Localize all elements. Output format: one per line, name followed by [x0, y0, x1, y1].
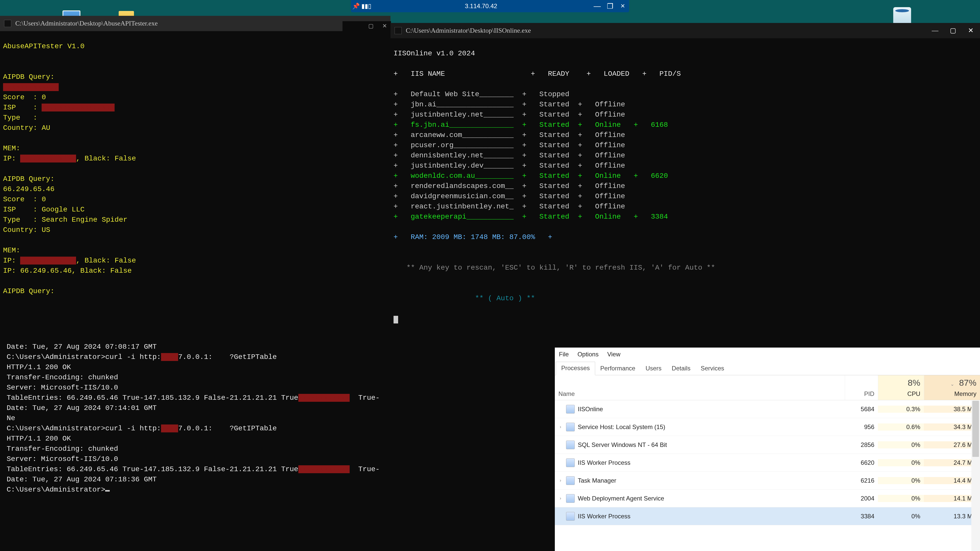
process-icon — [566, 405, 575, 413]
process-icon — [566, 512, 575, 521]
process-pid: 5684 — [845, 406, 878, 413]
terminal-output: AbuseAPITester V1.0 AIPDB Query: xxxxxxx… — [0, 31, 390, 306]
iis-site-row: + davidgreenmusician.com__ + Started + O… — [393, 191, 977, 202]
menubar[interactable]: File Options View — [555, 348, 980, 361]
process-row[interactable]: IISOnline56840.3%38.5 MB — [555, 400, 980, 418]
iis-site-row: + fs.jbn.ai_______________ + Started + O… — [393, 120, 977, 130]
background-window-controls: ▢✕ — [342, 21, 391, 32]
menu-view[interactable]: View — [607, 351, 620, 358]
iis-site-row: + dennisbentley.net_______ + Started + O… — [393, 151, 977, 161]
terminal-abuseapitester[interactable]: C:\Users\Administrator\Desktop\AbuseAPIT… — [0, 16, 390, 342]
col-memory[interactable]: ⌄ 87% Memory — [924, 375, 980, 400]
iis-site-row: + justinbentley.dev_______ + Started + O… — [393, 161, 977, 171]
menu-options[interactable]: Options — [578, 351, 599, 358]
col-cpu[interactable]: 8% CPU — [878, 375, 924, 400]
terminal-output: Date: Tue, 27 Aug 2024 07:08:17 GMTC:\Us… — [0, 341, 555, 496]
close-button[interactable]: ✕ — [616, 0, 629, 12]
terminal-cmd[interactable]: Date: Tue, 27 Aug 2024 07:08:17 GMTC:\Us… — [0, 341, 555, 551]
process-icon — [566, 494, 575, 503]
iis-site-row: + pcuser.org______________ + Started + O… — [393, 140, 977, 151]
minimize-button[interactable]: — — [930, 25, 940, 36]
terminal-line: Server: Microsoft-IIS/10.0 — [6, 383, 548, 393]
terminal-iisonline[interactable]: C:\Users\Administrator\Desktop\IISOnline… — [390, 23, 980, 351]
expand-icon[interactable]: › — [555, 424, 566, 430]
chevron-down-icon: ⌄ — [950, 382, 954, 387]
process-cpu: 0.3% — [878, 406, 924, 413]
process-pid: 3384 — [845, 513, 878, 520]
signal-icon: ▮▮▯ — [361, 0, 371, 12]
process-cpu: 0% — [878, 477, 924, 484]
expand-icon[interactable]: › — [555, 495, 566, 501]
terminal-line: Server: Microsoft-IIS/10.0 — [6, 454, 548, 464]
close-button[interactable]: ✕ — [966, 25, 976, 36]
process-name: IIS Worker Process — [578, 513, 630, 520]
terminal-line: HTTP/1.1 200 OK — [6, 362, 548, 372]
process-row[interactable]: IIS Worker Process33840%13.3 MB — [555, 507, 980, 525]
process-row[interactable]: SQL Server Windows NT - 64 Bit28560%27.6… — [555, 436, 980, 454]
terminal-line: HTTP/1.1 200 OK — [6, 433, 548, 444]
process-icon — [566, 441, 575, 449]
tab-performance[interactable]: Performance — [595, 362, 640, 375]
process-name: IISOnline — [578, 406, 603, 413]
task-manager[interactable]: File Options View Processes Performance … — [555, 348, 980, 551]
iis-site-row: + jbn.ai__________________ + Started + O… — [393, 100, 977, 110]
restore-button[interactable]: ❐ — [604, 0, 616, 12]
process-row[interactable]: ›Task Manager62160%14.4 MB — [555, 472, 980, 489]
iis-site-row: + gatekeeperapi___________ + Started + O… — [393, 212, 977, 222]
tab-details[interactable]: Details — [667, 362, 695, 375]
scrollbar-thumb[interactable] — [972, 401, 979, 457]
terminal-line: TableEntries: 66.249.65.46 True-147.185.… — [6, 464, 548, 475]
window-title: C:\Users\Administrator\Desktop\IISOnline… — [406, 25, 930, 36]
terminal-line: C:\Users\Administrator> — [6, 485, 548, 495]
titlebar[interactable]: C:\Users\Administrator\Desktop\AbuseAPIT… — [0, 16, 390, 31]
iis-site-row: + Default Web Site________ + Stopped — [393, 89, 977, 100]
cursor — [393, 316, 398, 324]
terminal-line: Date: Tue, 27 Aug 2024 07:18:36 GMT — [6, 475, 548, 485]
column-headers[interactable]: Name PID 8% CPU ⌄ 87% Memory — [555, 375, 980, 400]
process-pid: 2856 — [845, 441, 878, 448]
process-row[interactable]: ›Service Host: Local System (15)9560.6%3… — [555, 418, 980, 436]
rdp-connection-bar[interactable]: 📌 ▮▮▯ 3.114.70.42 — ❐ ✕ — [351, 0, 629, 12]
tabbar[interactable]: Processes Performance Users Details Serv… — [555, 361, 980, 375]
pin-icon[interactable]: 📌 — [351, 0, 361, 12]
terminal-line: C:\Users\Administrator>curl -i http:xxxx… — [6, 352, 548, 362]
process-row[interactable]: IIS Worker Process66200%24.7 MB — [555, 454, 980, 472]
iis-site-row: + react.justinbentley.net_ + Started + O… — [393, 202, 977, 212]
process-name: IIS Worker Process — [578, 459, 630, 466]
cursor — [105, 490, 110, 492]
process-icon — [566, 458, 575, 467]
maximize-button[interactable]: ▢ — [948, 25, 958, 36]
process-name: Service Host: Local System (15) — [578, 424, 665, 430]
scrollbar[interactable] — [971, 401, 980, 551]
tab-services[interactable]: Services — [695, 362, 729, 375]
process-name: Web Deployment Agent Service — [578, 495, 664, 502]
process-pid: 6216 — [845, 477, 878, 484]
process-name: SQL Server Windows NT - 64 Bit — [578, 441, 667, 448]
menu-file[interactable]: File — [559, 351, 569, 358]
titlebar[interactable]: C:\Users\Administrator\Desktop\IISOnline… — [390, 23, 980, 38]
process-pid: 956 — [845, 424, 878, 430]
process-name: Task Manager — [578, 477, 616, 484]
process-pid: 6620 — [845, 459, 878, 466]
process-row[interactable]: ›Web Deployment Agent Service20040%14.1 … — [555, 489, 980, 507]
terminal-line: Transfer-Encoding: chunked — [6, 444, 548, 454]
col-name[interactable]: Name — [555, 375, 845, 400]
terminal-line: Ne — [6, 413, 548, 424]
tab-processes[interactable]: Processes — [556, 362, 595, 375]
app-icon — [4, 20, 11, 27]
tab-users[interactable]: Users — [640, 362, 667, 375]
expand-icon[interactable]: › — [555, 478, 566, 483]
terminal-output: IISOnline v1.0 2024 + IIS NAME + READY +… — [390, 38, 980, 337]
iis-site-row: + wodenldc.com.au_________ + Started + O… — [393, 171, 977, 181]
minimize-button[interactable]: — — [591, 0, 604, 12]
process-icon — [566, 423, 575, 431]
terminal-line: Date: Tue, 27 Aug 2024 07:08:17 GMT — [6, 342, 548, 352]
app-icon — [395, 27, 402, 34]
terminal-line: Transfer-Encoding: chunked — [6, 372, 548, 383]
process-cpu: 0.6% — [878, 424, 924, 430]
process-icon — [566, 476, 575, 485]
col-pid[interactable]: PID — [845, 375, 878, 400]
rdp-host: 3.114.70.42 — [371, 3, 591, 10]
iis-site-row: + renderedlandscapes.com__ + Started + O… — [393, 181, 977, 191]
process-cpu: 0% — [878, 459, 924, 466]
